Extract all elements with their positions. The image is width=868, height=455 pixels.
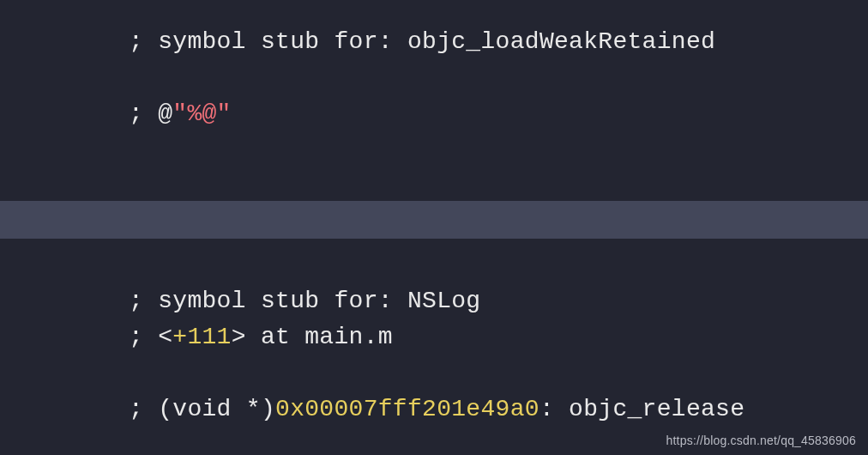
symbol-name: NSLog bbox=[407, 288, 481, 314]
line-offset: +111 bbox=[172, 324, 231, 350]
memory-address: 0x00007fff201e49a0 bbox=[275, 396, 539, 422]
code-line: ; <+111> at main.m bbox=[129, 319, 868, 355]
code-line: ; symbol stub for: objc_loadWeakRetained bbox=[129, 24, 868, 60]
blank-line bbox=[129, 60, 868, 96]
comment-prefix: ; symbol stub for: bbox=[129, 288, 407, 314]
comment-suffix: > at main.m bbox=[232, 324, 393, 350]
top-code-panel: ; symbol stub for: objc_loadWeakRetained… bbox=[0, 0, 868, 201]
code-line: ; (void *)0x00007fff201e49a0: objc_relea… bbox=[129, 391, 868, 428]
comment-prefix: ; @ bbox=[129, 100, 172, 127]
watermark-text: https://blog.csdn.net/qq_45836906 bbox=[666, 432, 856, 450]
bottom-code-panel: ; symbol stub for: NSLog ; <+111> at mai… bbox=[0, 239, 868, 455]
comment-prefix: ; (void *) bbox=[129, 396, 275, 422]
code-line: ; symbol stub for: NSLog bbox=[129, 283, 868, 319]
code-line: ; @"%@" bbox=[129, 96, 868, 132]
comment-prefix: ; symbol stub for: bbox=[129, 28, 407, 55]
string-literal: "%@" bbox=[172, 100, 231, 127]
symbol-name: objc_loadWeakRetained bbox=[407, 28, 715, 55]
blank-line bbox=[129, 355, 868, 391]
comment-prefix: ; < bbox=[129, 324, 172, 350]
comment-suffix: : objc_release bbox=[539, 396, 744, 422]
panel-divider bbox=[0, 201, 868, 239]
